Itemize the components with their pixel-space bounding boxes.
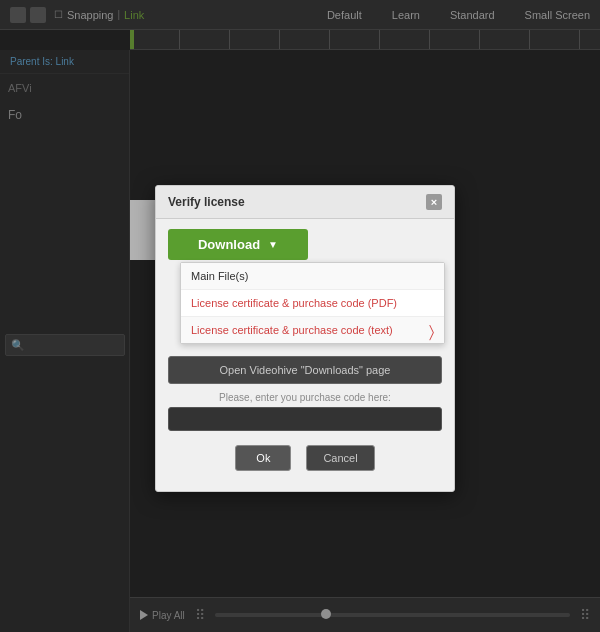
- dropdown-item-text[interactable]: License certificate & purchase code (tex…: [181, 317, 444, 343]
- modal-buttons: Ok Cancel: [156, 445, 454, 471]
- text-link-label: License certificate & purchase code (tex…: [191, 324, 393, 336]
- pdf-link-label: License certificate & purchase code (PDF…: [191, 297, 397, 309]
- videohive-button[interactable]: Open Videohive "Downloads" page: [168, 356, 442, 384]
- main-files-label: Main File(s): [191, 270, 248, 282]
- purchase-code-label: Please, enter you purchase code here:: [156, 392, 454, 403]
- download-dropdown-area: Download ▼ Main File(s) License certific…: [156, 219, 454, 344]
- modal-header: Verify license ×: [156, 186, 454, 219]
- dropdown-item-main[interactable]: Main File(s): [181, 263, 444, 290]
- download-dropdown-menu: Main File(s) License certificate & purch…: [180, 262, 445, 344]
- modal-close-button[interactable]: ×: [426, 194, 442, 210]
- purchase-code-input[interactable]: [168, 407, 442, 431]
- modal-title: Verify license: [168, 195, 245, 209]
- cursor-pointer-icon: 〉: [429, 323, 434, 341]
- download-button-label: Download: [198, 237, 260, 252]
- download-arrow-icon: ▼: [268, 239, 278, 250]
- download-button[interactable]: Download ▼: [168, 229, 308, 260]
- cancel-button[interactable]: Cancel: [306, 445, 374, 471]
- verify-license-modal: Verify license × Download ▼ Main File(s)…: [155, 185, 455, 492]
- ok-button[interactable]: Ok: [235, 445, 291, 471]
- dropdown-item-pdf[interactable]: License certificate & purchase code (PDF…: [181, 290, 444, 317]
